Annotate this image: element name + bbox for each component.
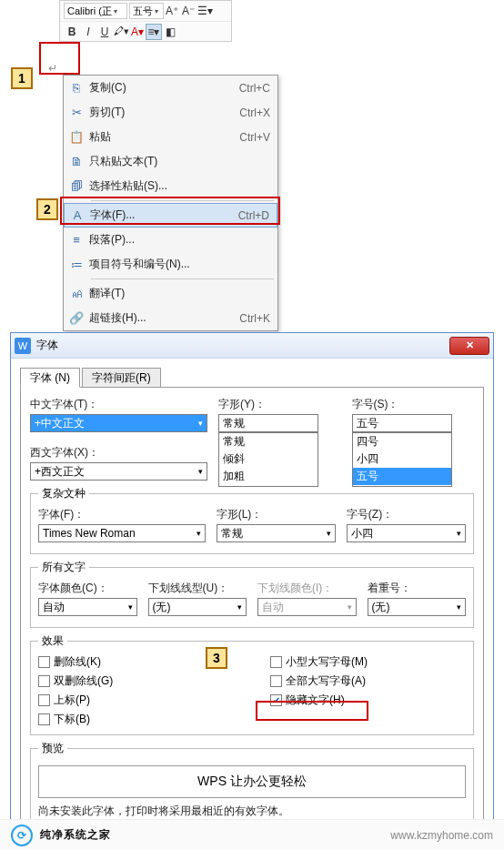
translate-icon: 🗚 — [64, 287, 89, 300]
menu-paragraph[interactable]: ≡段落(P)... — [64, 228, 277, 252]
menu-translate[interactable]: 🗚翻译(T) — [64, 281, 277, 306]
menu-hyperlink[interactable]: 🔗超链接(H)...Ctrl+K — [64, 306, 277, 330]
highlight-box-1 — [39, 42, 80, 75]
close-button[interactable]: ✕ — [449, 337, 489, 355]
context-menu: ⎘复制(C)Ctrl+C ✂剪切(T)Ctrl+X 📋粘贴Ctrl+V 🗎只粘贴… — [63, 75, 278, 331]
watermark-bar: ⟳ 纯净系统之家 www.kzmyhome.com — [0, 819, 504, 850]
menu-cut[interactable]: ✂剪切(T)Ctrl+X — [64, 100, 277, 125]
app-icon: W — [15, 338, 31, 354]
emphasis-combo[interactable]: (无)▾ — [368, 598, 467, 616]
bullets-icon: ≔ — [64, 258, 89, 271]
allcaps-checkbox[interactable]: 全部大写字母(A) — [270, 673, 466, 689]
all-text-group: 所有文字 字体颜色(C)：自动▾ 下划线线型(U)：(无)▾ 下划线颜色(I)：… — [30, 560, 474, 628]
effects-group: 效果 删除线(K) 双删除线(G) 上标(P) 下标(B) 小型大写字母(M) … — [30, 633, 474, 735]
hidden-checkbox[interactable]: ✔隐藏文字(H) — [270, 693, 466, 708]
preview-group: 预览 WPS 让办公更轻松 尚未安装此字体，打印时将采用最相近的有效字体。 — [30, 741, 474, 827]
dblstrike-checkbox[interactable]: 双删除线(G) — [38, 673, 234, 689]
menu-paste-special[interactable]: 🗐选择性粘贴(S)... — [64, 174, 277, 198]
link-icon: 🔗 — [64, 311, 89, 325]
size-label: 字号(S)： — [352, 397, 475, 412]
dialog-title: 字体 — [36, 338, 58, 353]
preview-box: WPS 让办公更轻松 — [38, 765, 466, 798]
shrink-font-button[interactable]: A⁻ — [180, 3, 197, 19]
cx-font-combo[interactable]: Times New Roman▾ — [38, 524, 206, 542]
menu-copy[interactable]: ⎘复制(C)Ctrl+C — [64, 76, 277, 100]
menu-font[interactable]: A字体(F)...Ctrl+D — [64, 203, 277, 228]
cx-style-combo[interactable]: 常规▾ — [217, 524, 336, 542]
watermark-brand: 纯净系统之家 — [40, 827, 111, 843]
menu-bullets[interactable]: ≔项目符号和编号(N)... — [64, 252, 277, 277]
callout-1: 1 — [11, 67, 33, 89]
mini-toolbar: Calibri (正▾ 五号▾ A⁺ A⁻ ☰▾ B I U 🖍▾ A▾ ≡▾ … — [59, 0, 232, 42]
underline-button[interactable]: U — [96, 24, 113, 40]
eraser-button[interactable]: ◧ — [162, 24, 178, 40]
cn-font-combo[interactable]: +中文正文▾ — [30, 414, 207, 432]
smallcaps-checkbox[interactable]: 小型大写字母(M) — [270, 654, 466, 670]
font-icon: A — [65, 208, 90, 222]
en-font-combo[interactable]: +西文正文▾ — [30, 462, 207, 481]
paste-text-icon: 🗎 — [64, 155, 89, 168]
style-listbox[interactable]: 常规倾斜加粗 — [218, 432, 318, 487]
underline-combo[interactable]: (无)▾ — [148, 598, 247, 616]
tab-font[interactable]: 字体 (N) — [20, 368, 80, 388]
sub-checkbox[interactable]: 下标(B) — [38, 712, 234, 727]
callout-2: 2 — [36, 198, 58, 220]
cn-font-label: 中文字体(T)： — [30, 397, 207, 412]
complex-scripts-group: 复杂文种 字体(F)：Times New Roman▾ 字形(L)：常规▾ 字号… — [30, 486, 474, 554]
paste-icon: 📋 — [64, 130, 89, 144]
font-color-button[interactable]: A▾ — [129, 24, 146, 40]
style-label: 字形(Y)： — [218, 397, 341, 412]
align-button[interactable]: ≡▾ — [146, 24, 162, 40]
paragraph-icon: ≡ — [64, 233, 89, 247]
bold-button[interactable]: B — [64, 24, 80, 40]
highlight-button[interactable]: 🖍▾ — [113, 24, 129, 40]
font-note: 尚未安装此字体，打印时将采用最相近的有效字体。 — [38, 804, 466, 819]
dialog-titlebar: W 字体 ✕ — [11, 333, 493, 359]
cut-icon: ✂ — [64, 106, 89, 119]
grow-font-button[interactable]: A⁺ — [164, 3, 180, 19]
font-color-combo[interactable]: 自动▾ — [38, 598, 137, 616]
font-dialog: W 字体 ✕ 字体 (N) 字符间距(R) 中文字体(T)： +中文正文▾ 字形… — [10, 332, 494, 828]
copy-icon: ⎘ — [64, 81, 89, 95]
callout-3: 3 — [206, 647, 227, 669]
style-input[interactable]: 常规 — [218, 414, 318, 432]
super-checkbox[interactable]: 上标(P) — [38, 693, 234, 708]
font-name-combo[interactable]: Calibri (正▾ — [64, 3, 127, 19]
cx-size-combo[interactable]: 小四▾ — [347, 524, 466, 542]
menu-paste[interactable]: 📋粘贴Ctrl+V — [64, 125, 277, 149]
font-size-combo[interactable]: 五号▾ — [129, 3, 164, 19]
watermark-url: www.kzmyhome.com — [111, 829, 493, 842]
line-spacing-button[interactable]: ☰▾ — [197, 3, 213, 19]
tab-spacing[interactable]: 字符间距(R) — [82, 368, 161, 388]
paste-special-icon: 🗐 — [64, 179, 89, 193]
menu-paste-text[interactable]: 🗎只粘贴文本(T) — [64, 149, 277, 174]
size-input[interactable]: 五号 — [352, 414, 452, 432]
strike-checkbox[interactable]: 删除线(K) — [38, 654, 234, 670]
underline-color-combo[interactable]: 自动▾ — [257, 598, 357, 616]
en-font-label: 西文字体(X)： — [30, 445, 207, 460]
italic-button[interactable]: I — [80, 24, 96, 40]
watermark-logo-icon: ⟳ — [11, 825, 33, 846]
paragraph-mark-icon: ↵ — [48, 62, 57, 75]
size-listbox[interactable]: 四号小四五号 — [352, 432, 452, 487]
